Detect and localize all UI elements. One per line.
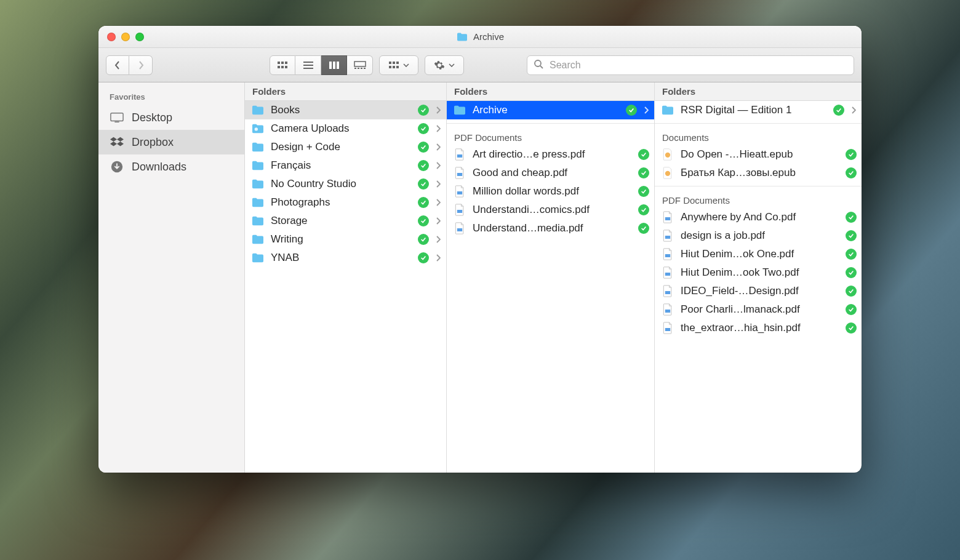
file-row[interactable]: Do Open -…Hieatt.epub bbox=[655, 145, 862, 164]
svg-rect-14 bbox=[358, 68, 359, 69]
svg-point-38 bbox=[665, 153, 670, 158]
file-row[interactable]: Art directio…e press.pdf bbox=[447, 145, 654, 164]
minimize-button[interactable] bbox=[121, 33, 130, 41]
file-row[interactable]: RSR Digital — Edition 1 bbox=[655, 101, 862, 119]
folder-icon bbox=[456, 32, 468, 42]
sidebar-item-dropbox[interactable]: Dropbox bbox=[98, 130, 244, 154]
file-row[interactable]: Understandi…comics.pdf bbox=[447, 201, 654, 219]
file-row[interactable]: Design + Code bbox=[245, 138, 446, 156]
pdf-icon bbox=[661, 249, 674, 260]
file-row[interactable]: IDEO_Field-…Design.pdf bbox=[655, 282, 862, 300]
file-row[interactable]: Million dollar words.pdf bbox=[447, 182, 654, 201]
svg-rect-40 bbox=[665, 217, 670, 220]
svg-rect-11 bbox=[337, 62, 339, 69]
file-row[interactable]: Photographs bbox=[245, 193, 446, 212]
column-3: FoldersRSR Digital — Edition 1DocumentsD… bbox=[655, 82, 862, 473]
window-title-text: Archive bbox=[473, 31, 504, 42]
search-icon bbox=[534, 59, 543, 71]
sync-ok-icon bbox=[418, 234, 429, 245]
folder-icon bbox=[251, 178, 265, 190]
file-row[interactable]: Anywhere by And Co.pdf bbox=[655, 208, 862, 226]
pdf-icon bbox=[661, 286, 674, 297]
file-row[interactable]: Writing bbox=[245, 230, 446, 249]
gallery-view-button[interactable] bbox=[347, 55, 373, 75]
folder-icon bbox=[251, 252, 265, 263]
chevron-right-icon bbox=[435, 125, 441, 132]
desktop-icon bbox=[110, 111, 124, 124]
column-2: FoldersArchivePDF DocumentsArt directio…… bbox=[447, 82, 655, 473]
group-label: PDF Documents bbox=[655, 190, 862, 208]
search-input[interactable] bbox=[548, 59, 847, 71]
file-row[interactable]: Books bbox=[245, 101, 446, 119]
finder-window: Archive bbox=[98, 26, 862, 473]
file-name: design is a job.pdf bbox=[681, 230, 839, 242]
file-row[interactable]: Archive bbox=[447, 101, 654, 119]
svg-point-32 bbox=[255, 127, 258, 130]
file-name: No Country Studio bbox=[271, 178, 412, 190]
folder-icon bbox=[661, 105, 674, 116]
sync-ok-icon bbox=[846, 167, 857, 178]
dropbox-icon bbox=[110, 136, 124, 148]
file-name: Writing bbox=[271, 233, 412, 246]
svg-line-24 bbox=[540, 66, 543, 68]
sidebar-item-desktop[interactable]: Desktop bbox=[98, 105, 244, 130]
file-row[interactable]: Understand…media.pdf bbox=[447, 219, 654, 238]
svg-rect-5 bbox=[285, 66, 287, 68]
file-row[interactable]: No Country Studio bbox=[245, 175, 446, 193]
sidebar-item-downloads[interactable]: Downloads bbox=[98, 154, 244, 179]
folder-icon bbox=[251, 160, 265, 171]
folder-icon bbox=[453, 105, 466, 116]
close-button[interactable] bbox=[107, 33, 116, 41]
window-title: Archive bbox=[98, 31, 862, 42]
file-name: Hiut Denim…ook Two.pdf bbox=[681, 266, 839, 279]
folder-icon bbox=[251, 234, 265, 245]
sync-ok-icon bbox=[846, 249, 857, 260]
view-switcher bbox=[270, 55, 373, 75]
sync-ok-icon bbox=[846, 304, 857, 315]
file-row[interactable]: Братья Кар…зовы.epub bbox=[655, 164, 862, 182]
back-button[interactable] bbox=[106, 55, 129, 75]
file-row[interactable]: Camera Uploads bbox=[245, 119, 446, 138]
chevron-right-icon bbox=[435, 236, 441, 243]
chevron-down-icon bbox=[449, 63, 455, 67]
sidebar-item-label: Dropbox bbox=[132, 136, 174, 149]
folder-photos-icon bbox=[251, 123, 265, 134]
chevron-right-icon bbox=[435, 180, 441, 188]
chevron-right-icon bbox=[643, 106, 649, 114]
file-row[interactable]: Hiut Denim…ok One.pdf bbox=[655, 245, 862, 263]
body: Favorites DesktopDropboxDownloads Folder… bbox=[98, 82, 862, 473]
sync-ok-icon bbox=[846, 149, 857, 160]
svg-rect-25 bbox=[111, 113, 123, 121]
sync-ok-icon bbox=[418, 215, 429, 226]
sync-ok-icon bbox=[418, 252, 429, 263]
file-row[interactable]: design is a job.pdf bbox=[655, 226, 862, 245]
action-button[interactable] bbox=[425, 55, 464, 75]
svg-rect-44 bbox=[665, 291, 670, 294]
file-row[interactable]: Good and cheap.pdf bbox=[447, 164, 654, 182]
file-row[interactable]: the_extraor…hia_hsin.pdf bbox=[655, 319, 862, 337]
forward-button[interactable] bbox=[129, 55, 153, 75]
sync-ok-icon bbox=[418, 160, 429, 171]
group-label: PDF Documents bbox=[447, 127, 654, 145]
column-view-button[interactable] bbox=[321, 55, 347, 75]
chevron-right-icon bbox=[435, 199, 441, 206]
file-row[interactable]: Poor Charli…lmanack.pdf bbox=[655, 300, 862, 319]
list-view-button[interactable] bbox=[295, 55, 321, 75]
action-menu bbox=[425, 55, 464, 75]
search-field[interactable] bbox=[527, 55, 854, 75]
folder-icon bbox=[251, 142, 265, 153]
file-row[interactable]: Hiut Denim…ook Two.pdf bbox=[655, 263, 862, 282]
sync-ok-icon bbox=[638, 149, 649, 160]
file-row[interactable]: Français bbox=[245, 156, 446, 175]
svg-rect-45 bbox=[665, 310, 670, 313]
svg-rect-17 bbox=[389, 62, 391, 64]
file-name: Poor Charli…lmanack.pdf bbox=[681, 303, 839, 316]
svg-rect-43 bbox=[665, 273, 670, 276]
svg-rect-46 bbox=[665, 328, 670, 331]
file-name: Hiut Denim…ok One.pdf bbox=[681, 248, 839, 260]
zoom-button[interactable] bbox=[135, 33, 144, 41]
file-row[interactable]: Storage bbox=[245, 212, 446, 230]
group-by-button[interactable] bbox=[379, 55, 418, 75]
file-row[interactable]: YNAB bbox=[245, 249, 446, 267]
icon-view-button[interactable] bbox=[270, 55, 295, 75]
